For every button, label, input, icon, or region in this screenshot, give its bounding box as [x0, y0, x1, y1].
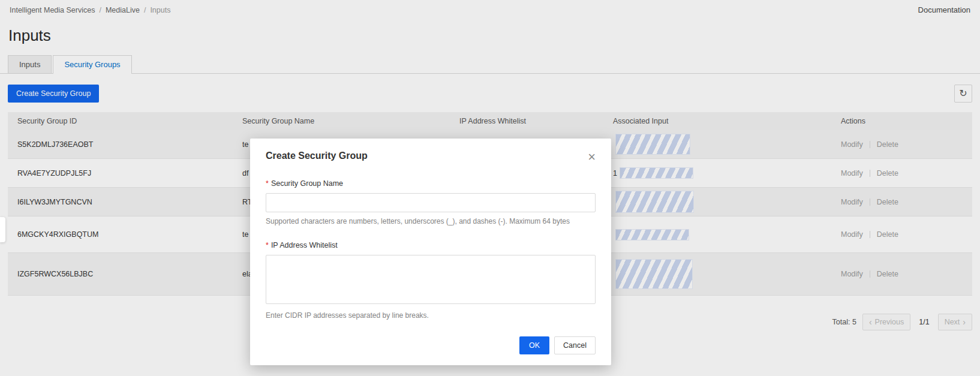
- close-icon: ×: [588, 149, 596, 164]
- create-security-group-modal: Create Security Group × *Security Group …: [250, 139, 611, 365]
- ip-whitelist-label: *IP Address Whitelist: [266, 241, 596, 249]
- security-group-name-label-text: Security Group Name: [271, 179, 343, 188]
- ok-button[interactable]: OK: [519, 336, 549, 354]
- ip-whitelist-help: Enter CIDR IP addresses separated by lin…: [266, 311, 596, 320]
- required-asterisk: *: [266, 179, 269, 188]
- modal-header: Create Security Group ×: [266, 151, 596, 164]
- ip-whitelist-textarea[interactable]: [266, 255, 596, 304]
- close-button[interactable]: ×: [588, 151, 596, 164]
- cancel-button[interactable]: Cancel: [554, 336, 596, 354]
- security-group-name-input[interactable]: [266, 193, 596, 212]
- security-group-name-help: Supported characters are numbers, letter…: [266, 217, 596, 225]
- required-asterisk: *: [266, 241, 269, 249]
- security-group-name-label: *Security Group Name: [266, 179, 596, 188]
- sidebar-collapse-handle[interactable]: [0, 217, 5, 242]
- modal-footer: OK Cancel: [266, 336, 596, 354]
- modal-title: Create Security Group: [266, 151, 368, 161]
- ip-whitelist-label-text: IP Address Whitelist: [271, 241, 338, 249]
